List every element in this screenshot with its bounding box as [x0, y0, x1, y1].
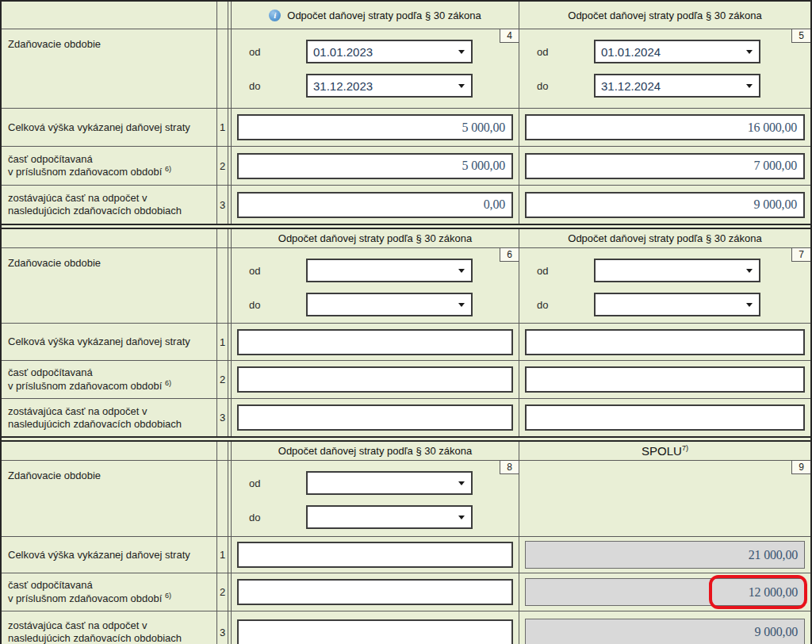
row1-label: Celková výška vykázanej daňovej straty [8, 121, 190, 134]
period-label: Zdaňovacie obdobie [8, 470, 101, 482]
amount-field[interactable]: 16 000,00 [525, 114, 805, 140]
section-separator [2, 224, 810, 229]
date-select-do-6[interactable] [306, 293, 473, 316]
period-cell-5: 5 od 01.01.2024 do 31.12.2024 [519, 29, 810, 109]
amount-field[interactable]: 0,00 [237, 192, 513, 218]
amount-cell: 0,00 [232, 186, 519, 224]
spolu-label: SPOLU7) [642, 444, 688, 458]
num-col-spacer [217, 248, 228, 324]
amount-cell: 5 000,00 [232, 147, 519, 186]
footnote-6: 6) [165, 592, 171, 600]
amount-cell [232, 573, 519, 611]
row3-label: zostávajúca časť na odpočet vnasledujúci… [8, 405, 182, 430]
column-header-label: Odpočet daňovej straty podľa § 30 zákona [568, 232, 761, 244]
column-header-label: Odpočet daňovej straty podľa § 30 zákona [568, 10, 761, 21]
amount-value: 5 000,00 [462, 159, 505, 173]
amount-field[interactable] [525, 329, 805, 355]
dropdown-arrow-icon [746, 84, 753, 88]
date-select-od-7[interactable] [594, 259, 760, 282]
total-value: 9 000,00 [755, 625, 798, 639]
date-select-do-5[interactable]: 31.12.2024 [594, 74, 760, 98]
period-cell-6: 6 od do [232, 248, 519, 324]
tax-loss-deduction-table: i Odpočet daňovej straty podľa § 30 záko… [0, 0, 812, 644]
column-header-label: Odpočet daňovej straty podľa § 30 zákona [287, 10, 481, 21]
date-select-do-8[interactable] [306, 505, 473, 529]
section-separator [2, 436, 810, 442]
amount-field[interactable]: 7 000,00 [525, 153, 805, 179]
row-label-3: zostávajúca časť na odpočet vnasledujúci… [2, 611, 217, 644]
amount-cell: 5 000,00 [232, 109, 519, 147]
total-cell: 21 000,00 [519, 537, 810, 573]
field-number-badge: 7 [791, 248, 810, 262]
field-number-badge: 6 [500, 248, 519, 262]
od-label: od [249, 265, 306, 277]
row-label-1: Celková výška vykázanej daňovej straty [2, 109, 217, 147]
dropdown-arrow-icon [458, 303, 465, 307]
column-header-label: Odpočet daňovej straty podľa § 30 zákona [278, 445, 472, 457]
row3-label: zostávajúca časť na odpočet vnasledujúci… [8, 192, 182, 217]
dropdown-arrow-icon [746, 303, 753, 307]
amount-field[interactable]: 5 000,00 [237, 153, 513, 179]
do-label: do [537, 299, 594, 311]
field-number-badge: 9 [791, 461, 810, 474]
amount-field[interactable] [237, 619, 513, 644]
date-select-od-6[interactable] [306, 259, 473, 282]
amount-field[interactable] [525, 404, 805, 431]
row-label-period: Zdaňovacie obdobie [2, 461, 217, 537]
total-value: 21 000,00 [749, 548, 798, 562]
field-number-badge: 4 [500, 29, 519, 43]
amount-field[interactable] [237, 366, 513, 393]
date-row-od: od 01.01.2024 [537, 40, 810, 63]
date-row-od: od [249, 471, 519, 495]
period-label: Zdaňovacie obdobie [8, 257, 101, 270]
amount-cell [232, 611, 519, 644]
amount-field[interactable]: 5 000,00 [237, 114, 513, 140]
column-header-spolu: SPOLU7) [519, 442, 810, 461]
column-header-7: Odpočet daňovej straty podľa § 30 zákona [519, 229, 810, 248]
period-cell-4: 4 od 01.01.2023 do 31.12.2023 [232, 29, 519, 109]
do-label: do [537, 80, 594, 92]
total-value: 12 000,00 [749, 585, 798, 600]
dropdown-arrow-icon [458, 269, 465, 273]
amount-field[interactable] [237, 542, 513, 568]
amount-field[interactable] [525, 366, 805, 393]
date-select-od-4[interactable]: 01.01.2023 [306, 40, 473, 63]
info-icon[interactable]: i [269, 10, 281, 21]
date-select-do-7[interactable] [594, 293, 760, 316]
column-header-6: Odpočet daňovej straty podľa § 30 zákona [232, 229, 519, 248]
row1-label: Celková výška vykázanej daňovej straty [8, 335, 190, 348]
row-label-1: Celková výška vykázanej daňovej straty [2, 324, 217, 361]
amount-field[interactable]: 9 000,00 [525, 192, 805, 218]
do-label: do [249, 299, 306, 311]
amount-cell [232, 361, 519, 399]
footnote-6: 6) [165, 379, 171, 387]
date-select-od-5[interactable]: 01.01.2024 [594, 40, 760, 63]
form-section-1: i Odpočet daňovej straty podľa § 30 záko… [2, 2, 810, 224]
column-header-4: i Odpočet daňovej straty podľa § 30 záko… [232, 2, 519, 29]
amount-value: 9 000,00 [754, 197, 797, 212]
row-number-3: 3 [217, 186, 228, 224]
column-header-label: Odpočet daňovej straty podľa § 30 zákona [278, 232, 472, 244]
field-number-badge: 5 [791, 29, 810, 43]
date-row-do: do [537, 293, 810, 316]
num-col-spacer [217, 229, 228, 248]
amount-field[interactable] [237, 404, 513, 431]
field-number-badge: 8 [500, 461, 519, 474]
od-label: od [249, 46, 306, 58]
tax-form-page: i Odpočet daňovej straty podľa § 30 záko… [0, 0, 812, 644]
dropdown-arrow-icon [458, 84, 465, 88]
amount-field[interactable] [237, 329, 513, 355]
column-header-5: Odpočet daňovej straty podľa § 30 zákona [519, 2, 810, 29]
period-cell-7: 7 od do [519, 248, 810, 324]
date-row-do: do [249, 505, 519, 529]
date-select-od-8[interactable] [306, 471, 473, 495]
num-col-spacer [217, 442, 228, 461]
row-label-2: časť odpočítavanáv príslušnom zdaňovacom… [2, 361, 217, 399]
date-select-do-4[interactable]: 31.12.2023 [306, 74, 473, 98]
amount-field[interactable] [237, 579, 513, 605]
od-label: od [537, 46, 594, 58]
row-number-2: 2 [217, 573, 228, 611]
od-label: od [537, 265, 594, 277]
row-label-1: Celková výška vykázanej daňovej straty [2, 537, 217, 573]
date-value: 31.12.2023 [313, 79, 373, 93]
